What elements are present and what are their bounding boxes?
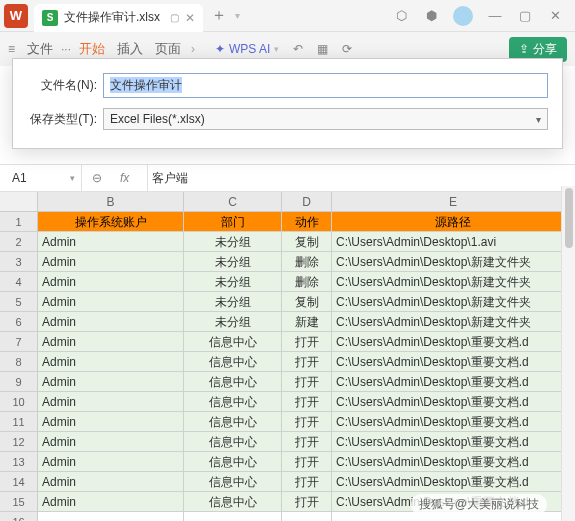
row-number[interactable]: 4 xyxy=(0,272,38,291)
column-header[interactable]: B xyxy=(38,192,184,211)
cell[interactable]: 未分组 xyxy=(184,292,282,311)
cell[interactable]: 信息中心 xyxy=(184,372,282,391)
select-all-corner[interactable] xyxy=(0,192,38,211)
column-header[interactable]: E xyxy=(332,192,575,211)
cell[interactable]: Admin xyxy=(38,292,184,311)
header-cell[interactable]: 源路径 xyxy=(332,212,575,231)
cell[interactable]: 复制 xyxy=(282,232,332,251)
row-number[interactable]: 3 xyxy=(0,252,38,271)
menu-page[interactable]: 页面 xyxy=(151,38,185,60)
cell[interactable]: 新建 xyxy=(282,312,332,331)
cell[interactable]: C:\Users\Admin\Desktop\重要文档.d xyxy=(332,332,575,351)
cell[interactable]: 打开 xyxy=(282,352,332,371)
menu-start[interactable]: 开始 xyxy=(75,38,109,60)
tab-chevron-icon[interactable]: ▾ xyxy=(235,10,240,21)
cell[interactable]: 信息中心 xyxy=(184,472,282,491)
cell[interactable]: 未分组 xyxy=(184,272,282,291)
cell[interactable]: Admin xyxy=(38,372,184,391)
cell[interactable]: 信息中心 xyxy=(184,392,282,411)
header-cell[interactable]: 动作 xyxy=(282,212,332,231)
grid-icon[interactable]: ▦ xyxy=(317,42,328,56)
cell[interactable]: C:\Users\Admin\Desktop\重要文档.d xyxy=(332,472,575,491)
filetype-select[interactable]: Excel Files(*.xlsx) ▾ xyxy=(103,108,548,130)
cell[interactable]: 信息中心 xyxy=(184,412,282,431)
cell[interactable] xyxy=(282,512,332,521)
hamburger-icon[interactable]: ≡ xyxy=(8,42,15,56)
cell[interactable]: Admin xyxy=(38,352,184,371)
row-number[interactable]: 15 xyxy=(0,492,38,511)
cell[interactable]: Admin xyxy=(38,452,184,471)
cell[interactable]: C:\Users\Admin\Desktop\新建文件夹 xyxy=(332,272,575,291)
row-number[interactable]: 9 xyxy=(0,372,38,391)
row-number[interactable]: 16 xyxy=(0,512,38,521)
cell[interactable]: 删除 xyxy=(282,252,332,271)
nav-right-icon[interactable]: › xyxy=(189,42,197,56)
name-box[interactable]: A1 ▾ xyxy=(0,165,82,191)
cell[interactable]: Admin xyxy=(38,492,184,511)
cell[interactable]: 打开 xyxy=(282,472,332,491)
user-avatar[interactable] xyxy=(453,6,473,26)
menu-insert[interactable]: 插入 xyxy=(113,38,147,60)
cell[interactable]: 信息中心 xyxy=(184,452,282,471)
cell[interactable]: C:\Users\Admin\Desktop\重要文档.d xyxy=(332,452,575,471)
pin-icon[interactable]: ▢ xyxy=(170,12,179,23)
cell[interactable]: 打开 xyxy=(282,332,332,351)
cell[interactable]: 信息中心 xyxy=(184,432,282,451)
cell[interactable]: C:\Users\Admin\Desktop\新建文件夹 xyxy=(332,292,575,311)
cell[interactable]: C:\Users\Admin\Desktop\重要文档.d xyxy=(332,372,575,391)
cell[interactable]: C:\Users\Admin\Desktop\重要文档.d xyxy=(332,392,575,411)
cell[interactable]: C:\Users\Admin\Desktop\重要文档.d xyxy=(332,432,575,451)
zoom-icon[interactable]: ⊖ xyxy=(92,171,102,185)
cell[interactable]: 未分组 xyxy=(184,312,282,331)
cell[interactable]: Admin xyxy=(38,312,184,331)
close-window-icon[interactable]: ✕ xyxy=(547,8,563,23)
cell[interactable]: 未分组 xyxy=(184,232,282,251)
cell[interactable]: 删除 xyxy=(282,272,332,291)
header-cell[interactable]: 部门 xyxy=(184,212,282,231)
row-number[interactable]: 5 xyxy=(0,292,38,311)
cell[interactable]: Admin xyxy=(38,252,184,271)
filename-input[interactable]: 文件操作审计 xyxy=(103,73,548,98)
row-number[interactable]: 13 xyxy=(0,452,38,471)
vertical-scrollbar[interactable] xyxy=(561,186,575,521)
cell[interactable]: 信息中心 xyxy=(184,492,282,511)
row-number[interactable]: 6 xyxy=(0,312,38,331)
cell[interactable]: 信息中心 xyxy=(184,332,282,351)
document-tab[interactable]: S 文件操作审计.xlsx ▢ ✕ xyxy=(34,4,203,32)
cell[interactable] xyxy=(184,512,282,521)
row-number[interactable]: 10 xyxy=(0,392,38,411)
cell[interactable]: Admin xyxy=(38,472,184,491)
cell[interactable]: Admin xyxy=(38,412,184,431)
menu-more[interactable]: ··· xyxy=(61,42,71,56)
cloud-icon[interactable]: ⬡ xyxy=(393,8,409,23)
cell[interactable]: 打开 xyxy=(282,372,332,391)
cell[interactable]: C:\Users\Admin\Desktop\重要文档.d xyxy=(332,412,575,431)
cell[interactable]: C:\Users\Admin\Desktop\重要文档.d xyxy=(332,352,575,371)
cell[interactable]: 打开 xyxy=(282,492,332,511)
cell[interactable]: Admin xyxy=(38,272,184,291)
new-tab-button[interactable]: ＋ xyxy=(211,5,227,26)
row-number[interactable]: 7 xyxy=(0,332,38,351)
cell[interactable]: Admin xyxy=(38,432,184,451)
cell[interactable]: Admin xyxy=(38,332,184,351)
cell[interactable]: Admin xyxy=(38,232,184,251)
wps-ai-button[interactable]: ✦ WPS AI ▾ xyxy=(215,42,279,56)
formula-content[interactable]: 客户端 xyxy=(148,170,192,187)
row-number[interactable]: 12 xyxy=(0,432,38,451)
row-number[interactable]: 8 xyxy=(0,352,38,371)
cell[interactable]: Admin xyxy=(38,392,184,411)
column-header[interactable]: C xyxy=(184,192,282,211)
cell[interactable]: 信息中心 xyxy=(184,352,282,371)
row-number[interactable]: 1 xyxy=(0,212,38,231)
scroll-thumb[interactable] xyxy=(565,188,573,248)
menu-file[interactable]: 文件 xyxy=(23,38,57,60)
close-tab-icon[interactable]: ✕ xyxy=(185,11,195,25)
header-cell[interactable]: 操作系统账户 xyxy=(38,212,184,231)
cell[interactable]: C:\Users\Admin\Desktop\新建文件夹 xyxy=(332,312,575,331)
row-number[interactable]: 14 xyxy=(0,472,38,491)
row-number[interactable]: 2 xyxy=(0,232,38,251)
cell[interactable]: 打开 xyxy=(282,452,332,471)
row-number[interactable]: 11 xyxy=(0,412,38,431)
cell[interactable]: 打开 xyxy=(282,392,332,411)
cell[interactable]: C:\Users\Admin\Desktop\1.avi xyxy=(332,232,575,251)
